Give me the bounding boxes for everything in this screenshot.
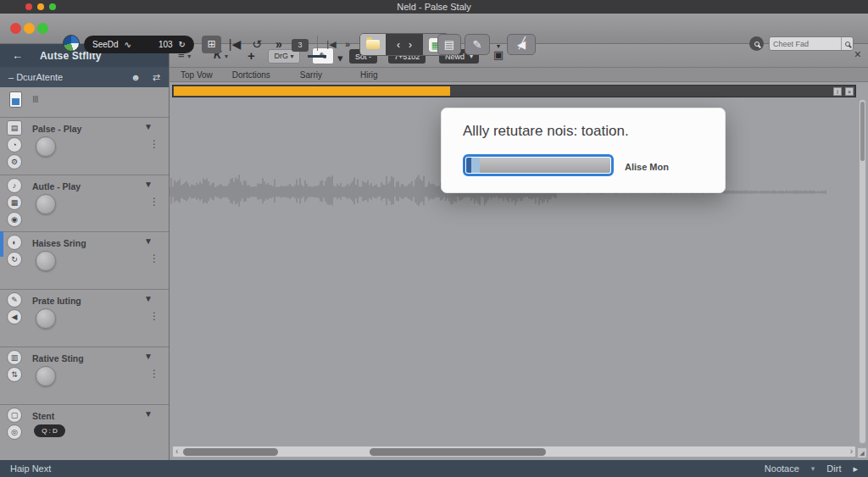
dialog-action-label[interactable]: Alise Mon xyxy=(625,162,669,172)
notes-button[interactable]: ▤ xyxy=(437,34,461,55)
knob-control[interactable] xyxy=(36,366,56,386)
kebab-menu-icon[interactable]: ⋮ xyxy=(149,252,159,264)
menu-item-dortctions[interactable]: Dortctions xyxy=(232,70,270,80)
knob-control[interactable] xyxy=(36,194,56,214)
history-nav-buttons[interactable]: ‹ › xyxy=(386,34,423,55)
skip-back-small-button[interactable]: |◀ xyxy=(324,33,339,55)
grid-view-button[interactable]: ⊞ xyxy=(202,36,221,53)
swap-arrows-icon[interactable]: ⇄ xyxy=(153,72,160,83)
pen-icon: ✎ xyxy=(473,38,482,51)
scroll-left-icon[interactable]: ‹ xyxy=(175,446,178,457)
session-status-pill[interactable]: SeeDd ∿ 103 ↻ xyxy=(84,36,194,53)
vertical-scrollbar[interactable] xyxy=(859,99,866,444)
close-panel-button[interactable]: × xyxy=(854,47,861,61)
mute-button[interactable]: ◀╱ xyxy=(507,34,536,55)
panel-icon[interactable]: ◎ xyxy=(7,424,22,440)
note-icon: ▤ xyxy=(444,38,454,51)
close-icon: × xyxy=(848,89,851,95)
search-go-button[interactable] xyxy=(841,37,853,50)
panel-icon[interactable]: ▢ xyxy=(7,408,22,423)
selection-accent xyxy=(0,231,3,257)
app-logo-icon xyxy=(63,35,80,52)
open-folder-button[interactable] xyxy=(360,34,386,55)
status-dirt-label[interactable]: Dirt xyxy=(826,463,841,474)
nav-back-icon[interactable]: ‹ xyxy=(397,39,400,51)
panel-icon[interactable]: ◔ xyxy=(7,137,22,153)
sidebar-panel[interactable]: ▥⇅Rative Sting ▼ ⋮ xyxy=(0,347,170,404)
sidebar-panel[interactable]: ◐↻Haises Sring ▼ ⋮ xyxy=(0,231,170,289)
scroll-thumb[interactable] xyxy=(860,102,865,161)
panel-icon[interactable]: ▥ xyxy=(7,350,22,365)
person-icon[interactable]: ☻ xyxy=(131,72,141,83)
knob-control[interactable] xyxy=(36,251,56,271)
kebab-menu-icon[interactable]: ⋮ xyxy=(149,310,159,322)
forward-small-button[interactable]: » xyxy=(341,33,354,55)
search-icon xyxy=(754,42,760,47)
close-doc-icon[interactable] xyxy=(10,23,21,34)
chevron-right-icon[interactable]: ▸ xyxy=(853,463,858,474)
menu-item-sarriy[interactable]: Sarriy xyxy=(300,70,322,80)
minimize-doc-icon[interactable] xyxy=(24,23,35,34)
chevron-down-icon[interactable]: ▼ xyxy=(144,409,153,419)
horizontal-scrollbar[interactable]: ‹ › xyxy=(172,446,856,458)
status-left-label[interactable]: Haip Next xyxy=(10,463,51,474)
chevron-down-icon[interactable]: ▼ xyxy=(144,236,153,246)
menu-item-top-vow[interactable]: Top Vow xyxy=(181,70,213,80)
panel-icon[interactable]: ◐ xyxy=(7,235,22,250)
sidebar-panel[interactable]: ✎◀Prate Iuting ▼ ⋮ xyxy=(0,289,170,347)
panel-icon[interactable]: ✎ xyxy=(7,292,22,308)
menu-item-hirig[interactable]: Hirig xyxy=(360,70,378,80)
scroll-thumb[interactable] xyxy=(183,448,278,456)
main-canvas: i × Allly retutare nois: toation. Alise … xyxy=(170,82,868,460)
draw-tool-button[interactable]: ✎ xyxy=(465,34,490,55)
kebab-menu-icon[interactable]: ⋮ xyxy=(149,368,159,380)
knob-control[interactable] xyxy=(36,136,56,157)
sidebar-panel[interactable]: ▢◎Stent ▼Q : D xyxy=(0,404,170,460)
sidebar-subheader[interactable]: – DcurAtente ☻ ⇄ xyxy=(0,67,169,87)
panel-icon[interactable]: ◉ xyxy=(7,212,22,227)
loop-icon: ↺ xyxy=(252,37,262,51)
skip-back-button[interactable]: |◀ xyxy=(225,33,244,55)
window-titlebar: Neld - Palse Staly xyxy=(0,0,868,14)
loop-button[interactable]: ↺ xyxy=(248,33,266,55)
sidebar: ← Autse Stflity – DcurAtente ☻ ⇄ Ⅲ ▤◔⚙Pa… xyxy=(0,44,170,460)
search-input[interactable] xyxy=(770,40,841,48)
draw-tool-caret[interactable]: ▾ xyxy=(493,36,504,58)
timeline-info-button[interactable]: i xyxy=(833,87,842,96)
chevron-down-icon[interactable]: ▼ xyxy=(144,180,153,189)
search-field-wrap xyxy=(769,36,854,51)
kebab-menu-icon[interactable]: ⋮ xyxy=(149,196,159,208)
chevron-down-icon[interactable]: ▼ xyxy=(144,122,153,131)
dialog-progress-bar xyxy=(463,154,614,176)
kebab-menu-icon[interactable]: ⋮ xyxy=(149,138,159,150)
panel-badge[interactable]: Q : D xyxy=(34,424,65,437)
panel-icon[interactable]: ▦ xyxy=(7,195,22,210)
resize-corner[interactable]: ◢ xyxy=(857,447,867,458)
back-arrow-icon[interactable]: ← xyxy=(12,49,23,62)
scroll-right-icon[interactable]: › xyxy=(850,446,853,457)
sidebar-panel[interactable]: ♪▦◉Autle - Play ▼ ⋮ xyxy=(0,175,170,232)
scroll-thumb[interactable] xyxy=(370,448,546,456)
timeline-close-button[interactable]: × xyxy=(845,87,854,96)
panel-icon[interactable]: ◀ xyxy=(7,309,22,324)
nav-forward-icon[interactable]: › xyxy=(409,39,412,51)
document-icon xyxy=(9,92,22,108)
chevron-down-icon[interactable]: ▼ xyxy=(144,294,153,303)
search-button[interactable] xyxy=(749,36,764,51)
counter-chip[interactable]: 3 xyxy=(292,39,309,52)
loop-icon: ↻ xyxy=(179,40,186,49)
panel-icon[interactable]: ♪ xyxy=(7,178,22,193)
panel-icon[interactable]: ⇅ xyxy=(7,367,22,382)
fast-forward-button[interactable]: » xyxy=(270,33,288,55)
sidebar-panel[interactable]: ▤◔⚙Palse - Play ▼ ⋮ xyxy=(0,117,170,175)
panel-icon[interactable]: ↻ xyxy=(7,252,22,267)
zoom-doc-icon[interactable] xyxy=(37,23,48,34)
counter-value: 3 xyxy=(298,41,302,49)
document-row[interactable]: Ⅲ xyxy=(0,87,169,117)
panel-icon[interactable]: ▤ xyxy=(7,120,22,136)
panel-icon[interactable]: ⚙ xyxy=(7,154,22,169)
status-nootace-label[interactable]: Nootace xyxy=(765,463,799,474)
chevron-down-icon[interactable]: ▼ xyxy=(144,352,153,361)
knob-control[interactable] xyxy=(36,308,56,329)
timeline-bar[interactable]: i × xyxy=(172,85,856,97)
